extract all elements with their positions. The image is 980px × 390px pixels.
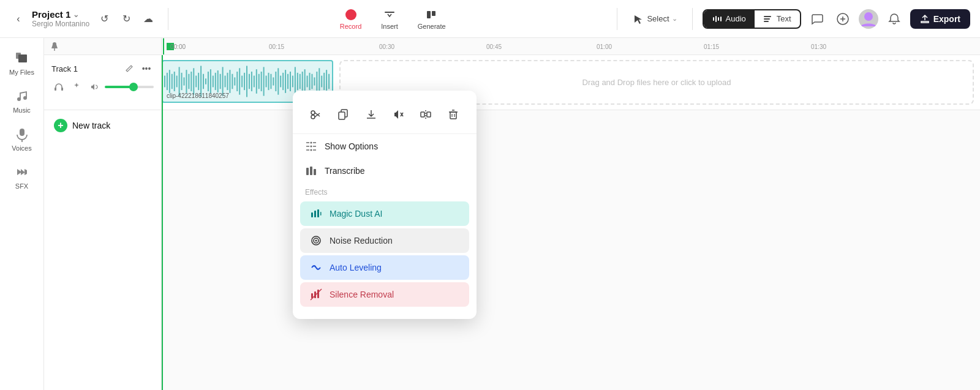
- chat-button[interactable]: [807, 9, 827, 29]
- delete-button[interactable]: [442, 103, 465, 126]
- record-button[interactable]: Record: [335, 6, 366, 32]
- svg-line-96: [315, 113, 320, 117]
- svg-rect-63: [258, 74, 260, 89]
- time-mark-3: 00:45: [486, 43, 502, 50]
- sidebar-item-sfx[interactable]: SFX: [4, 159, 40, 195]
- notification-button[interactable]: [884, 9, 904, 29]
- svg-rect-54: [236, 72, 238, 91]
- svg-rect-83: [307, 76, 308, 88]
- track-more-button[interactable]: •••: [139, 61, 154, 76]
- avatar: [859, 9, 878, 29]
- select-button[interactable]: Select ⌄: [627, 10, 682, 28]
- insert-button[interactable]: Insert: [376, 6, 403, 32]
- copy-button[interactable]: [332, 103, 355, 126]
- auto-leveling-effect[interactable]: Auto Leveling: [300, 255, 469, 280]
- svg-point-112: [311, 149, 312, 151]
- edit-track-button[interactable]: [122, 61, 137, 76]
- magic-button[interactable]: [69, 80, 83, 94]
- undo-button[interactable]: ↺: [94, 9, 114, 29]
- generate-button[interactable]: Generate: [413, 6, 451, 32]
- text-mode-icon: [763, 14, 773, 24]
- svg-rect-56: [241, 76, 243, 88]
- svg-rect-58: [246, 66, 247, 97]
- svg-point-14: [864, 12, 873, 21]
- ruler-spacer: [44, 38, 162, 54]
- insert-icon: [383, 8, 396, 21]
- svg-rect-121: [314, 169, 316, 175]
- time-mark-6: 01:30: [811, 43, 826, 50]
- track-name: Track 1: [51, 64, 78, 73]
- show-options-item[interactable]: Show Options: [293, 134, 477, 159]
- svg-rect-98: [339, 112, 345, 119]
- transcribe-item[interactable]: Transcribe: [293, 159, 477, 183]
- svg-point-18: [23, 96, 27, 100]
- copy-icon: [337, 108, 350, 121]
- toolbar-right: Audio Text Export: [703, 9, 970, 29]
- tracks-left: Track 1 •••: [44, 55, 162, 390]
- scissors-button[interactable]: [304, 103, 328, 126]
- sidebar-item-my-files[interactable]: My Files: [4, 45, 40, 81]
- svg-rect-31: [181, 73, 183, 90]
- text-mode-button[interactable]: Text: [755, 10, 800, 28]
- svg-rect-86: [314, 77, 315, 85]
- headphones-button[interactable]: [51, 80, 66, 94]
- headphones-icon: [54, 82, 64, 92]
- cloud-button[interactable]: ☁: [138, 9, 158, 29]
- svg-rect-2: [427, 11, 431, 18]
- sidebar-item-voices[interactable]: Voices: [4, 121, 40, 157]
- svg-rect-3: [432, 11, 435, 16]
- toolbar-divider-3: [692, 8, 693, 30]
- volume-button[interactable]: [87, 80, 101, 94]
- noise-reduction-effect[interactable]: Noise Reduction: [300, 228, 469, 253]
- main-body: My Files Music Voices SFX: [0, 38, 980, 390]
- new-track-button[interactable]: + New track: [44, 110, 161, 141]
- auto-leveling-icon: [310, 261, 322, 274]
- scissors-icon: [310, 108, 322, 121]
- tracks-area: Track 1 •••: [44, 55, 980, 390]
- add-button[interactable]: [833, 9, 853, 29]
- mute-button[interactable]: [386, 103, 410, 126]
- svg-rect-82: [304, 69, 306, 94]
- svg-rect-67: [268, 73, 270, 90]
- svg-rect-102: [421, 112, 424, 117]
- svg-rect-29: [176, 76, 178, 88]
- redo-button[interactable]: ↻: [116, 9, 136, 29]
- back-button[interactable]: ‹: [10, 10, 27, 28]
- svg-rect-55: [239, 68, 240, 94]
- magic-icon: [72, 82, 81, 92]
- svg-rect-131: [317, 290, 319, 298]
- download-button[interactable]: [360, 103, 383, 126]
- svg-rect-59: [249, 74, 250, 89]
- sfx-icon: [14, 164, 30, 180]
- svg-rect-16: [18, 54, 27, 62]
- toolbar: ‹ Project 1 ⌄ Sergio Montanino ↺ ↻ ☁: [0, 0, 980, 38]
- svg-rect-70: [275, 72, 276, 91]
- undo-icon: ↺: [100, 13, 108, 24]
- clip-label: clip-422218611840257: [164, 91, 232, 100]
- svg-rect-65: [263, 67, 265, 96]
- svg-rect-87: [316, 72, 317, 91]
- split-button[interactable]: [414, 103, 437, 126]
- magic-dust-icon: [310, 208, 322, 220]
- project-info: Project 1 ⌄ Sergio Montanino: [32, 9, 89, 28]
- sidebar-item-music[interactable]: Music: [4, 83, 40, 119]
- svg-rect-57: [244, 73, 245, 90]
- silence-removal-effect[interactable]: Silence Removal: [300, 282, 469, 307]
- toolbar-center: Record Insert Generate: [178, 6, 607, 32]
- svg-rect-81: [302, 72, 303, 91]
- svg-rect-73: [282, 73, 284, 90]
- svg-rect-27: [172, 74, 173, 89]
- audio-mode-button[interactable]: Audio: [704, 10, 755, 28]
- volume-slider[interactable]: [105, 86, 154, 88]
- svg-point-128: [315, 240, 317, 242]
- magic-dust-effect[interactable]: Magic Dust AI: [300, 201, 469, 226]
- time-mark-1: 00:15: [269, 43, 284, 50]
- record-icon: [344, 8, 358, 21]
- generate-icon: [425, 8, 439, 21]
- svg-rect-23: [61, 88, 63, 91]
- export-button[interactable]: Export: [910, 9, 970, 29]
- svg-rect-122: [311, 212, 313, 217]
- cloud-icon: ☁: [143, 13, 153, 24]
- svg-rect-7: [720, 17, 722, 21]
- svg-rect-105: [450, 112, 456, 119]
